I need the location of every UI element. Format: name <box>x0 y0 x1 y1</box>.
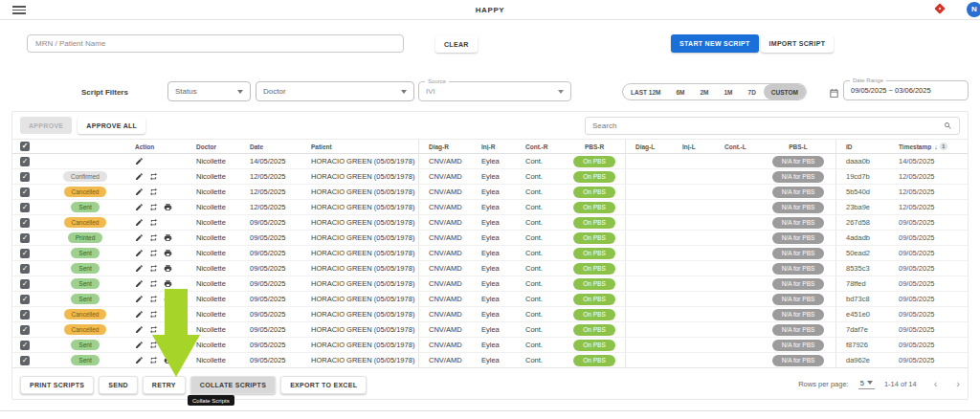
table-search-input[interactable] <box>592 121 944 130</box>
repeat-icon[interactable] <box>149 172 158 181</box>
range-option-last-12m[interactable]: LAST 12M <box>623 84 668 99</box>
range-option-6m[interactable]: 6M <box>668 84 692 99</box>
column-header-patient[interactable]: Patient <box>301 143 418 150</box>
print-icon[interactable] <box>164 341 172 349</box>
column-header-inj_l[interactable]: Inj-L <box>673 143 715 150</box>
row-checkbox[interactable]: ✓ <box>20 295 30 304</box>
repeat-icon[interactable] <box>149 203 158 211</box>
repeat-icon[interactable] <box>149 218 158 227</box>
user-avatar[interactable]: N <box>967 2 980 17</box>
column-header-cont_l[interactable]: Cont.-L <box>715 143 761 150</box>
range-option-custom[interactable]: CUSTOM <box>764 84 806 99</box>
row-checkbox[interactable]: ✓ <box>20 279 30 289</box>
print-icon[interactable] <box>164 295 172 303</box>
status-filter-select[interactable]: Status <box>167 81 251 101</box>
calendar-icon[interactable] <box>829 85 839 96</box>
column-header-inj_r[interactable]: Inj-R <box>472 143 516 150</box>
repeat-icon[interactable] <box>149 249 158 257</box>
column-header-pbs_r[interactable]: PBS-R <box>564 143 625 150</box>
column-header-checkbox[interactable]: ✓ <box>12 142 45 151</box>
source-filter-select[interactable]: Source IVI <box>418 81 571 101</box>
send-button[interactable]: SEND <box>99 376 138 394</box>
repeat-icon[interactable] <box>149 356 158 364</box>
start-new-script-button[interactable]: START NEW SCRIPT <box>671 34 759 53</box>
column-header-date[interactable]: Date <box>240 143 301 150</box>
edit-icon[interactable] <box>135 295 144 303</box>
edit-icon[interactable] <box>135 157 144 165</box>
repeat-icon[interactable] <box>149 325 158 334</box>
doctor-cell: Nicollette <box>187 218 240 227</box>
clear-button[interactable]: CLEAR <box>435 35 478 53</box>
column-header-diag_l[interactable]: Diag-L <box>625 140 673 153</box>
edit-icon[interactable] <box>135 203 144 211</box>
edit-icon[interactable] <box>135 187 144 196</box>
print-icon[interactable] <box>164 233 172 242</box>
edit-icon[interactable] <box>135 249 144 257</box>
status-cell: Cancelled <box>45 217 125 228</box>
approve-button[interactable]: APPROVE <box>20 117 72 134</box>
range-option-7d[interactable]: 7D <box>741 84 764 99</box>
column-header-diag_r[interactable]: Diag-R <box>418 140 472 153</box>
row-checkbox[interactable]: ✓ <box>20 341 30 350</box>
repeat-icon[interactable] <box>149 341 158 349</box>
next-page-icon[interactable]: › <box>956 379 960 388</box>
row-checkbox[interactable]: ✓ <box>20 142 30 151</box>
import-script-button[interactable]: IMPORT SCRIPT <box>761 34 835 53</box>
row-checkbox[interactable]: ✓ <box>20 325 30 335</box>
export-to-excel-button[interactable]: EXPORT TO EXCEL <box>280 376 367 394</box>
range-option-1m[interactable]: 1M <box>716 84 740 99</box>
edit-icon[interactable] <box>135 310 144 319</box>
previous-page-icon[interactable]: ‹ <box>934 379 938 388</box>
status-badge: Printed <box>68 232 103 243</box>
row-checkbox[interactable]: ✓ <box>20 233 30 243</box>
edit-icon[interactable] <box>135 172 144 181</box>
edit-icon[interactable] <box>135 325 144 334</box>
row-checkbox[interactable]: ✓ <box>20 310 30 320</box>
row-checkbox[interactable]: ✓ <box>20 172 30 182</box>
print-icon[interactable] <box>164 279 172 288</box>
doctor-filter-select[interactable]: Doctor <box>256 81 414 101</box>
edit-icon[interactable] <box>135 218 144 227</box>
retry-button[interactable]: RETRY <box>143 376 186 394</box>
repeat-icon[interactable] <box>149 264 158 273</box>
edit-icon[interactable] <box>135 279 144 288</box>
repeat-icon[interactable] <box>149 295 158 303</box>
row-checkbox[interactable]: ✓ <box>20 203 30 212</box>
edit-icon[interactable] <box>135 341 144 349</box>
column-header-doctor[interactable]: Doctor <box>187 143 240 150</box>
edit-icon[interactable] <box>135 356 144 364</box>
inj-r-cell: Eylea <box>472 310 516 319</box>
repeat-icon[interactable] <box>149 233 158 242</box>
pbs-l-cell: N/A for PBS <box>761 278 835 290</box>
doctor-cell: Nicollette <box>187 233 240 242</box>
edit-icon[interactable] <box>135 233 144 242</box>
date-range-field[interactable]: Date Range 09/05/2025 ~ 03/06/2025 <box>843 80 969 100</box>
row-checkbox[interactable]: ✓ <box>20 157 30 166</box>
column-header-timestamp[interactable]: Timestamp↓1 <box>889 143 968 150</box>
row-checkbox[interactable]: ✓ <box>20 249 30 258</box>
print-scripts-button[interactable]: PRINT SCRIPTS <box>20 376 94 394</box>
row-checkbox[interactable]: ✓ <box>20 264 30 274</box>
print-icon[interactable] <box>164 356 172 364</box>
rows-per-page-select[interactable]: 5 <box>858 379 875 389</box>
table-search-box[interactable] <box>585 117 960 135</box>
repeat-icon[interactable] <box>149 310 158 319</box>
column-header-action[interactable]: Action <box>125 143 187 150</box>
row-checkbox[interactable]: ✓ <box>20 218 30 228</box>
column-header-pbs_l[interactable]: PBS-L <box>761 143 835 150</box>
repeat-icon[interactable] <box>149 279 158 288</box>
range-option-2m[interactable]: 2M <box>692 84 716 99</box>
print-icon[interactable] <box>164 203 172 211</box>
column-header-id[interactable]: ID <box>835 140 889 153</box>
print-icon[interactable] <box>164 249 172 257</box>
print-icon[interactable] <box>164 264 172 273</box>
column-header-cont_r[interactable]: Cont.-R <box>516 143 564 150</box>
repeat-icon[interactable] <box>149 187 158 196</box>
collate-scripts-button[interactable]: COLLATE SCRIPTS <box>190 376 276 394</box>
row-checkbox[interactable]: ✓ <box>20 356 30 365</box>
approve-all-button[interactable]: APPROVE ALL <box>78 117 145 134</box>
edit-icon[interactable] <box>135 264 144 273</box>
row-checkbox[interactable]: ✓ <box>20 187 30 197</box>
mrn-patient-search-input[interactable] <box>27 34 404 53</box>
status-cell: Sent <box>45 355 125 365</box>
